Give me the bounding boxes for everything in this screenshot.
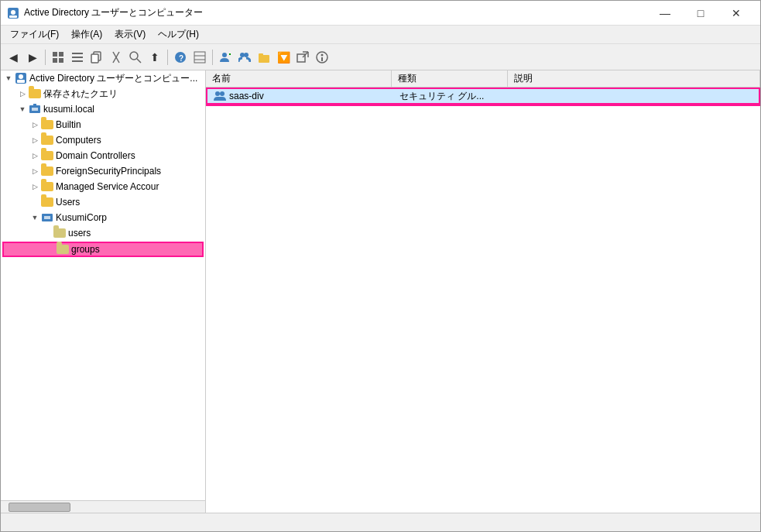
toolbar-btn-search[interactable] [126, 48, 145, 67]
kusumicorp-icon [41, 211, 53, 224]
tree-item-managed-service-label: Managed Service Accour [56, 181, 159, 192]
svg-rect-8 [72, 57, 83, 58]
menu-action[interactable]: 操作(A) [65, 26, 108, 43]
toolbar: ◀ ▶ ⬆ ? [1, 44, 760, 70]
toolbar-btn-new-folder[interactable] [255, 48, 273, 67]
svg-rect-18 [194, 52, 205, 63]
toolbar-btn-help[interactable]: ? [171, 48, 190, 67]
tree-item-domain-controllers[interactable]: ▷ Domain Controllers [1, 148, 205, 163]
tree-item-saved-queries-label: 保存されたクエリ [43, 88, 118, 101]
tree-item-kusumi-local[interactable]: ▼ kusumi.local [1, 101, 205, 117]
window-title: Active Directory ユーザーとコンピューター [24, 6, 203, 19]
menu-view[interactable]: 表示(V) [108, 26, 152, 43]
toolbar-btn-filter[interactable]: 🔽 [274, 48, 293, 67]
expand-icon-domain-controllers: ▷ [29, 149, 41, 162]
list-cell-type-saas-div: セキュリティ グル... [393, 88, 509, 105]
column-header-name[interactable]: 名前 [206, 70, 392, 87]
svg-point-36 [19, 74, 23, 79]
main-window: Active Directory ユーザーとコンピューター — □ ✕ ファイル… [0, 0, 761, 532]
toolbar-sep-2 [167, 50, 168, 65]
expand-icon-managed-service: ▷ [29, 180, 41, 193]
svg-line-15 [137, 59, 141, 63]
title-bar: Active Directory ユーザーとコンピューター — □ ✕ [1, 1, 760, 26]
tree-item-users-label: users [68, 228, 91, 239]
svg-point-21 [222, 53, 227, 57]
menu-file[interactable]: ファイル(F) [4, 26, 65, 43]
toolbar-btn-export[interactable] [293, 48, 312, 67]
expand-icon-kusumi-local: ▼ [16, 103, 29, 115]
toolbar-btn-view1[interactable] [49, 48, 67, 67]
svg-point-44 [220, 91, 225, 96]
managed-service-icon [41, 180, 53, 193]
svg-text:?: ? [179, 54, 183, 63]
tree-item-kusumicorp[interactable]: ▼ KusumiCorp [1, 210, 205, 225]
expand-icon-root: ▼ [2, 72, 15, 84]
svg-rect-4 [59, 52, 63, 57]
tree-item-saved-queries[interactable]: ▷ 保存されたクエリ [1, 86, 205, 101]
tree-item-builtin[interactable]: ▷ Builtin [1, 117, 205, 132]
menu-bar: ファイル(F) 操作(A) 表示(V) ヘルプ(H) [1, 26, 760, 44]
tree-item-computers[interactable]: ▷ Computers [1, 132, 205, 148]
builtin-icon [41, 118, 53, 131]
tree-item-foreign-security[interactable]: ▷ ForeignSecurityPrincipals [1, 163, 205, 179]
svg-point-25 [244, 53, 249, 57]
expand-icon-saved-queries: ▷ [16, 88, 29, 100]
tree-item-root[interactable]: ▼ Active Directory ユーザーとコンピュー... [1, 70, 205, 86]
svg-rect-39 [32, 108, 38, 111]
users-builtin-icon [41, 196, 53, 208]
column-header-type[interactable]: 種類 [392, 70, 508, 87]
saved-queries-icon [29, 88, 41, 100]
toolbar-btn-new-group[interactable] [235, 48, 254, 67]
toolbar-btn-view2[interactable] [68, 48, 87, 67]
svg-rect-6 [59, 58, 63, 63]
tree-item-computers-label: Computers [56, 135, 101, 146]
title-bar-left: Active Directory ユーザーとコンピューター [7, 6, 203, 19]
expand-icon-foreign-security: ▷ [29, 165, 41, 177]
expand-icon-builtin: ▷ [29, 118, 41, 131]
tree-item-groups-label: groups [71, 244, 100, 255]
minimize-button[interactable]: — [647, 4, 683, 22]
toolbar-btn-grid[interactable] [190, 48, 209, 67]
svg-rect-3 [53, 52, 57, 57]
svg-point-14 [130, 52, 138, 60]
svg-point-1 [11, 10, 15, 15]
kusumi-local-icon [29, 103, 41, 115]
toolbar-btn-new-user[interactable] [216, 48, 235, 67]
svg-rect-42 [44, 216, 50, 219]
svg-rect-9 [72, 60, 83, 62]
toolbar-btn-cut[interactable] [107, 48, 125, 67]
expand-icon-kusumicorp: ▼ [29, 211, 41, 224]
svg-point-33 [321, 53, 324, 56]
right-panel: 名前 種類 説明 saas-div [206, 70, 760, 513]
close-button[interactable]: ✕ [718, 4, 754, 22]
tree-item-kusumicorp-label: KusumiCorp [56, 212, 107, 223]
expand-icon-computers: ▷ [29, 134, 41, 146]
toolbar-btn-properties[interactable] [313, 48, 331, 67]
domain-controllers-icon [41, 149, 53, 162]
forward-button[interactable]: ▶ [23, 48, 42, 67]
svg-point-43 [215, 91, 220, 96]
tree-item-users[interactable]: ▷ users [1, 225, 205, 241]
tree-hscroll-thumb[interactable] [9, 503, 70, 512]
main-content: ▼ Active Directory ユーザーとコンピュー... ▷ [1, 70, 760, 513]
tree-item-users-builtin[interactable]: ▷ Users [1, 194, 205, 210]
tree-item-groups[interactable]: ▷ groups [2, 242, 204, 257]
svg-rect-11 [91, 54, 98, 63]
list-header: 名前 種類 説明 [206, 70, 760, 88]
menu-help[interactable]: ヘルプ(H) [152, 26, 205, 43]
tree-item-kusumi-local-label: kusumi.local [43, 104, 94, 115]
list-row-saas-div[interactable]: saas-div セキュリティ グル... [206, 88, 760, 105]
tree-item-builtin-label: Builtin [56, 119, 81, 130]
tree-panel: ▼ Active Directory ユーザーとコンピュー... ▷ [1, 70, 205, 500]
toolbar-btn-copy[interactable] [87, 48, 106, 67]
tree-hscrollbar[interactable] [1, 500, 205, 513]
app-icon [7, 7, 19, 19]
svg-rect-40 [33, 104, 36, 107]
tree-item-root-label: Active Directory ユーザーとコンピュー... [29, 72, 197, 85]
tree-item-managed-service[interactable]: ▷ Managed Service Accour [1, 179, 205, 194]
toolbar-btn-up[interactable]: ⬆ [146, 48, 164, 67]
group-icon [214, 90, 226, 102]
back-button[interactable]: ◀ [4, 48, 22, 67]
maximize-button[interactable]: □ [683, 4, 718, 22]
column-header-desc[interactable]: 説明 [508, 70, 760, 87]
